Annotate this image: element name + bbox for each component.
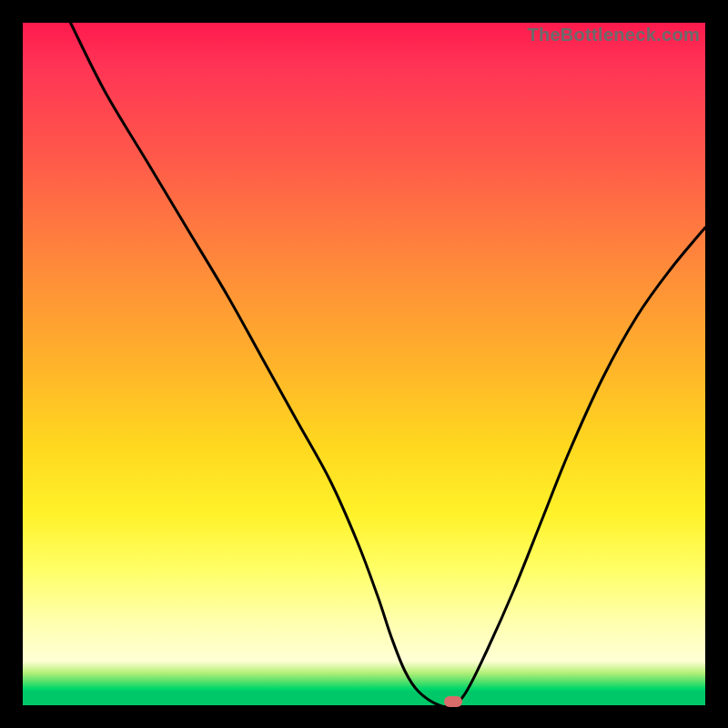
minimum-marker — [444, 696, 462, 707]
plot-area: TheBottleneck.com — [23, 23, 705, 705]
curve-path — [71, 23, 706, 707]
chart-frame: TheBottleneck.com — [0, 0, 728, 728]
line-series — [23, 23, 705, 705]
